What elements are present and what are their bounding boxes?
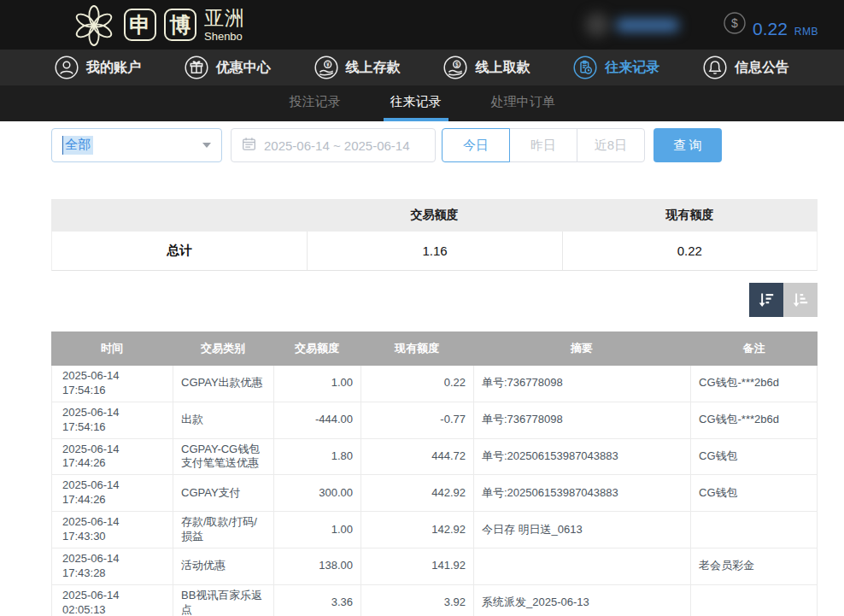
table-row: 2025-06-14 02:05:13 BB视讯百家乐返点 3.36 3.92 … (51, 585, 818, 616)
chevron-down-icon (202, 143, 211, 148)
nav-item-online-deposit[interactable]: ¥ 线上存款 (314, 56, 401, 79)
date-range-value: 2025-06-14 ~ 2025-06-14 (264, 138, 410, 153)
cell-summary: 单号:736778098 (474, 402, 691, 438)
transactions-header: 时间 交易类别 交易额度 现有额度 摘要 备注 (51, 331, 818, 366)
cell-summary: 单号:202506153987043883 (474, 439, 691, 475)
sort-controls (51, 283, 818, 317)
nav-item-announcements[interactable]: 信息公告 (703, 56, 789, 79)
tab-transaction-records[interactable]: 往来记录 (384, 85, 448, 121)
nav-label: 线上存款 (346, 59, 401, 77)
cell-category: CGPAY-CG钱包支付笔笔送优惠 (173, 439, 274, 475)
nav-item-online-withdrawal[interactable]: $ 线上取款 (443, 56, 530, 79)
cell-time: 2025-06-14 17:54:16 (52, 402, 173, 438)
logo-region-text: 亚洲 (204, 9, 245, 28)
table-row: 2025-06-14 17:54:16 出款 -444.00 -0.77 单号:… (51, 402, 818, 439)
logo-char-shen: 申 (124, 9, 156, 41)
logo-subtitle: Shenbo (204, 31, 245, 42)
cell-summary (474, 549, 691, 584)
summary-total-current-amount: 0.22 (562, 232, 817, 270)
yesterday-button[interactable]: 昨日 (509, 128, 577, 162)
summary-total-trade-amount: 1.16 (307, 232, 561, 270)
filter-row: 全部 2025-06-14 ~ 2025-06-14 今日 昨日 近8日 查询 (51, 128, 844, 162)
transaction-type-select[interactable]: 全部 (51, 128, 222, 162)
cell-summary: 系统派发_2025-06-13 (474, 585, 691, 616)
user-icon (55, 56, 79, 79)
cell-current-amount: 3.92 (361, 585, 474, 616)
balance-amount: 0.22 (753, 20, 788, 38)
cell-trade-amount: 1.00 (274, 512, 361, 548)
logo-char-bo: 博 (164, 9, 196, 41)
date-range-input[interactable]: 2025-06-14 ~ 2025-06-14 (231, 128, 436, 162)
cell-current-amount: 141.92 (361, 549, 474, 584)
cell-trade-amount: 138.00 (274, 549, 361, 584)
column-header-trade-amount: 交易额度 (273, 331, 360, 366)
cell-category: 存款/取款/打码/损益 (173, 512, 274, 548)
summary-table: 交易额度 现有额度 总计 1.16 0.22 (51, 199, 818, 271)
cell-remark: CG钱包 (691, 475, 818, 511)
last-8-days-button[interactable]: 近8日 (577, 128, 645, 162)
cell-trade-amount: 1.80 (274, 439, 361, 475)
blurred-username[interactable] (585, 11, 688, 38)
cell-remark: CG钱包 (691, 439, 818, 475)
top-header: 申 博 亚洲 Shenbo $ 0.22 RMB (0, 0, 844, 50)
calendar-icon (242, 137, 256, 154)
table-row: 2025-06-14 17:43:30 存款/取款/打码/损益 1.00 142… (51, 512, 818, 549)
bell-icon (703, 56, 727, 79)
search-button[interactable]: 查询 (654, 128, 722, 162)
today-button[interactable]: 今日 (442, 128, 510, 162)
cell-current-amount: 0.22 (361, 366, 474, 402)
cell-category: BB视讯百家乐返点 (173, 585, 274, 616)
table-row: 2025-06-14 17:44:26 CGPAY支付 300.00 442.9… (51, 475, 818, 512)
summary-header-current-amount: 现有额度 (562, 199, 818, 232)
cell-remark (691, 585, 818, 616)
cell-remark: CG钱包-***2b6d (691, 366, 818, 402)
cell-time: 2025-06-14 17:43:30 (52, 512, 173, 548)
nav-label: 往来记录 (605, 59, 659, 77)
wallet-balance[interactable]: $ 0.22 RMB (724, 12, 818, 38)
cell-remark: CG钱包-***2b6d (691, 402, 818, 438)
cell-trade-amount: -444.00 (274, 402, 361, 438)
record-subtabs: 投注记录 往来记录 处理中订单 (0, 85, 844, 121)
deposit-hand-coin-icon: ¥ (314, 56, 338, 79)
gift-icon (185, 56, 208, 79)
flower-logo-icon (72, 3, 116, 46)
table-row: 2025-06-14 17:43:28 活动优惠 138.00 141.92 老… (51, 549, 818, 585)
tab-processing-orders[interactable]: 处理中订单 (484, 85, 562, 121)
nav-item-my-account[interactable]: 我的账户 (55, 56, 141, 79)
nav-label: 优惠中心 (216, 59, 271, 77)
column-header-remark: 备注 (690, 331, 818, 366)
cell-current-amount: -0.77 (361, 402, 474, 438)
cell-summary: 今日存 明日送_0613 (474, 512, 691, 548)
svg-text:$: $ (455, 62, 459, 68)
column-header-summary: 摘要 (473, 331, 690, 366)
cell-time: 2025-06-14 17:44:26 (52, 475, 173, 511)
cell-summary: 单号:736778098 (474, 366, 691, 402)
tab-betting-records[interactable]: 投注记录 (283, 85, 348, 121)
cell-summary: 单号:202506153987043883 (474, 475, 691, 511)
column-header-current-amount: 现有额度 (360, 331, 473, 366)
dollar-circle-icon: $ (724, 12, 746, 38)
withdraw-hand-coin-icon: $ (443, 56, 467, 79)
nav-item-transaction-records[interactable]: 往来记录 (573, 56, 659, 79)
content-area: 全部 2025-06-14 ~ 2025-06-14 今日 昨日 近8日 查询 (0, 121, 844, 616)
summary-header-trade-amount: 交易额度 (307, 199, 562, 232)
cell-category: CGPAY支付 (173, 475, 274, 511)
cell-trade-amount: 1.00 (274, 366, 361, 402)
avatar (585, 13, 609, 37)
table-row: 2025-06-14 17:54:16 CGPAY出款优惠 1.00 0.22 … (51, 366, 818, 402)
cell-current-amount: 444.72 (361, 439, 474, 475)
cell-time: 2025-06-14 02:05:13 (52, 585, 173, 616)
site-logo[interactable]: 申 博 亚洲 Shenbo (72, 3, 245, 46)
cell-time: 2025-06-14 17:54:16 (52, 366, 173, 402)
cell-category: 活动优惠 (173, 549, 274, 584)
nav-label: 线上取款 (475, 59, 530, 77)
sort-asc-icon[interactable] (783, 283, 818, 317)
svg-text:¥: ¥ (325, 62, 329, 67)
sort-desc-icon[interactable] (749, 283, 783, 317)
nav-item-promotions[interactable]: 优惠中心 (185, 56, 271, 79)
summary-header-empty (51, 199, 307, 232)
summary-total-label: 总计 (52, 232, 307, 270)
balance-currency: RMB (794, 26, 818, 37)
selected-type: 全部 (62, 136, 93, 155)
main-nav: 我的账户 优惠中心 ¥ 线上存款 (0, 50, 844, 85)
